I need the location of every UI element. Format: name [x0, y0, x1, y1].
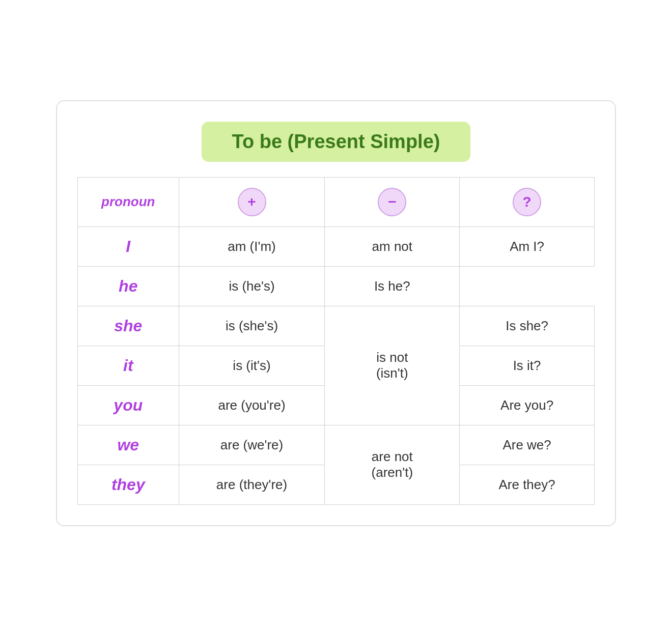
table-row: weare (we're)are not(aren't)Are we?	[78, 425, 595, 465]
pronoun-cell: they	[78, 465, 179, 504]
header-negative: −	[325, 177, 460, 226]
page-title: To be (Present Simple)	[232, 131, 440, 153]
question-cell: Are you?	[460, 385, 595, 425]
negative-cell: is not(isn't)	[325, 306, 460, 425]
question-cell: Are we?	[460, 425, 595, 465]
header-row: pronoun + − ?	[78, 177, 595, 226]
positive-cell: is (it's)	[179, 346, 325, 385]
header-question: ?	[460, 177, 595, 226]
question-cell: Is she?	[460, 306, 595, 346]
pronoun-cell: you	[78, 385, 179, 425]
title-wrapper: To be (Present Simple)	[77, 122, 595, 162]
page-container: To be (Present Simple) pronoun + − ? Iam…	[56, 100, 616, 526]
table-row: sheis (she's)is not(isn't)Is she?	[78, 306, 595, 346]
positive-circle: +	[238, 188, 266, 216]
pronoun-cell: he	[78, 266, 179, 306]
positive-cell: is (she's)	[179, 306, 325, 346]
pronoun-cell: we	[78, 425, 179, 465]
header-pronoun: pronoun	[78, 177, 179, 226]
pronoun-cell: she	[78, 306, 179, 346]
negative-cell: are not(aren't)	[325, 425, 460, 504]
positive-cell: am (I'm)	[179, 226, 325, 266]
positive-cell: is (he's)	[179, 266, 325, 306]
positive-cell: are (we're)	[179, 425, 325, 465]
header-positive: +	[179, 177, 325, 226]
grammar-table: pronoun + − ? Iam (I'm)am notAm I?heis (…	[77, 177, 595, 505]
question-cell: Is it?	[460, 346, 595, 385]
question-circle: ?	[513, 188, 541, 216]
negative-circle: −	[378, 188, 406, 216]
question-cell: Are they?	[460, 465, 595, 504]
title-box: To be (Present Simple)	[202, 122, 471, 162]
pronoun-cell: I	[78, 226, 179, 266]
negative-cell: am not	[325, 226, 460, 266]
positive-cell: are (they're)	[179, 465, 325, 504]
pronoun-cell: it	[78, 346, 179, 385]
question-cell: Am I?	[460, 226, 595, 266]
positive-cell: are (you're)	[179, 385, 325, 425]
table-row: heis (he's)Is he?	[78, 266, 595, 306]
table-row: Iam (I'm)am notAm I?	[78, 226, 595, 266]
question-cell: Is he?	[325, 266, 460, 306]
